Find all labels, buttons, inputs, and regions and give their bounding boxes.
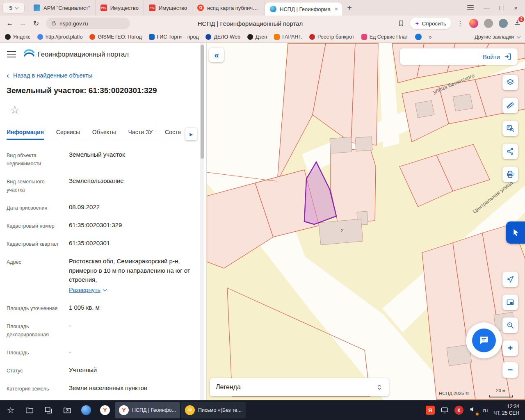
downloads-button[interactable]: 2 [514, 19, 521, 28]
tab-nspd-public-map[interactable]: Я нспд карта публичная к [192, 0, 265, 16]
zoom-in-button[interactable]: + [502, 340, 518, 356]
yandex-browser-button[interactable]: Y [96, 401, 114, 419]
map-scale-bar [489, 395, 513, 397]
pointer-mode-tab[interactable] [506, 221, 525, 244]
bookmarks-overflow-icon[interactable]: » [429, 34, 432, 40]
layers-tool-button[interactable] [502, 75, 518, 90]
close-tab-icon[interactable]: × [334, 5, 339, 13]
address-input[interactable]: nspd.gov.ru [46, 18, 130, 29]
bookmark-dzen[interactable]: Дзен [247, 34, 267, 40]
task-view-button[interactable] [39, 401, 57, 419]
field-value: Учтенный [69, 365, 97, 375]
system-tray: Я К ru 12:34 ЧТ, 25 СЕН [426, 404, 523, 416]
tab-arm-specialist[interactable]: АРМ "Специалист" [29, 0, 96, 16]
yandex-browser-icon: Y [100, 405, 110, 415]
expand-address-link[interactable]: Развернуть [69, 286, 106, 295]
close-window-button[interactable]: × [514, 5, 518, 11]
display-tray-icon[interactable] [441, 406, 449, 414]
tab-label: Имущество [159, 5, 187, 11]
extension-icon-gray[interactable] [484, 19, 493, 28]
tabs-next-button[interactable]: ▶ [185, 128, 197, 140]
print-tool-button[interactable] [502, 167, 518, 182]
bookmark-gismeteo[interactable]: GISMETEO: Погод [89, 34, 142, 40]
bookmark-reestr-bankrot[interactable]: Реестр банкрот [309, 34, 354, 40]
tab-nspd-portal-active[interactable]: НСПД | Геоинформа × [265, 2, 342, 16]
bookmark-garant[interactable]: ГАРАНТ. [274, 34, 302, 40]
language-indicator[interactable]: ru [483, 407, 488, 413]
tab-sostav[interactable]: Соста [165, 126, 181, 140]
maximize-window-button[interactable] [500, 6, 504, 10]
object-fields: Вид объекта недвижимостиЗемельный участо… [7, 150, 196, 400]
locate-me-button[interactable] [502, 272, 518, 287]
back-to-results-link[interactable]: ‹ Назад в найденные объекты [7, 72, 92, 79]
tab-information[interactable]: Информация [7, 126, 44, 140]
bookmark-label: Дзен [256, 34, 267, 40]
collapse-panel-button[interactable]: « [209, 48, 224, 62]
extension-icon-colorful[interactable] [469, 19, 478, 28]
window-title: Письмо «(Без те... [198, 407, 242, 413]
tab-objects[interactable]: Объекты [92, 126, 116, 140]
layers-icon [506, 78, 514, 87]
tab-label: НСПД | Геоинформа [280, 6, 331, 12]
login-bar[interactable]: Войти [400, 48, 518, 65]
minimize-window-button[interactable]: — [484, 5, 490, 11]
search-location-icon [506, 321, 514, 329]
bookmark-globe-icon[interactable] [415, 34, 422, 40]
forward-button[interactable]: → [17, 19, 29, 27]
zoom-out-button[interactable]: − [502, 362, 518, 378]
field-label: Вид земельного участка [7, 176, 69, 194]
field-value: - [69, 347, 71, 357]
legend-bar[interactable]: Легенда [210, 378, 389, 396]
share-tool-button[interactable] [502, 144, 518, 159]
favicon [149, 34, 155, 40]
other-bookmarks-button[interactable]: Другие закладки [475, 34, 520, 40]
tab-label: Имущество [110, 5, 139, 11]
object-search-tool-button[interactable] [502, 121, 518, 136]
tab-parts[interactable]: Части ЗУ [128, 126, 153, 140]
chat-widget-button[interactable] [466, 322, 502, 358]
back-button[interactable]: ← [4, 19, 16, 27]
bookmark-label: Ед Сервис Плат [370, 34, 408, 40]
file-explorer-button[interactable] [21, 401, 39, 419]
measure-tool-button[interactable] [502, 98, 518, 113]
map-attribution: НСПД 2025 © [439, 391, 469, 396]
new-tab-button[interactable]: + [342, 3, 357, 13]
bookmark-yandex[interactable]: Яндекс [5, 34, 30, 40]
browser-orb-button[interactable] [77, 401, 95, 419]
reload-button[interactable]: ↻ [30, 19, 42, 28]
clock[interactable]: 12:34 ЧТ, 25 СЕН [493, 404, 519, 416]
volume-tray-icon[interactable] [469, 405, 477, 415]
tab-rts-1[interactable]: РТС Имущество [96, 0, 144, 16]
taskbar-window-mail[interactable]: ✉ Письмо «(Без те... [181, 402, 246, 418]
k-app-tray-icon[interactable]: К [454, 406, 463, 415]
tab-counter[interactable]: 5 [2, 2, 25, 14]
ask-ai-button[interactable]: ✦ Спросить [410, 18, 452, 29]
extension-icon-blue[interactable] [499, 19, 508, 28]
favorite-star-icon[interactable]: ☆ [10, 103, 20, 116]
bookmark-gis-torgi[interactable]: ГИС Торги – прод [149, 34, 199, 40]
start-button[interactable]: ☆ [2, 401, 20, 419]
field-row: Кадастровый номер61:35:0020301:329 [7, 221, 196, 230]
bookmark-label: Яндекс [13, 34, 30, 40]
portal-menu-icon[interactable] [7, 51, 16, 57]
back-link-label: Назад в найденные объекты [13, 72, 92, 79]
kebab-menu-icon[interactable]: ⋮ [457, 20, 463, 27]
panel-scrollbar-thumb[interactable] [201, 45, 204, 159]
bookmark-flag-icon[interactable] [398, 20, 404, 27]
taskbar-window-nspd[interactable]: Y НСПД | Геоинфо... [115, 402, 180, 418]
mini-map-button[interactable] [502, 294, 518, 310]
login-label: Войти [483, 53, 500, 60]
field-row: Категория земельЗемли населенных пунктов [7, 383, 196, 393]
field-value: Земельный участок [69, 150, 125, 168]
window-controls: — × [467, 5, 523, 11]
bookmark-delo-web[interactable]: ДЕЛО-Web [205, 34, 240, 40]
tab-services[interactable]: Сервисы [56, 126, 80, 140]
yandex-tray-icon[interactable]: Я [426, 406, 435, 415]
browser-menu-icon[interactable] [467, 5, 474, 10]
bookmark-ed-servis[interactable]: Ед Сервис Плат [361, 34, 408, 40]
shared-folder-button[interactable] [58, 401, 76, 419]
tab-rts-2[interactable]: РТС Имущество [144, 0, 192, 16]
arm-favicon [34, 5, 40, 11]
search-location-button[interactable] [502, 317, 518, 333]
bookmark-prod-platform[interactable]: http://prod.platfo [37, 34, 82, 40]
